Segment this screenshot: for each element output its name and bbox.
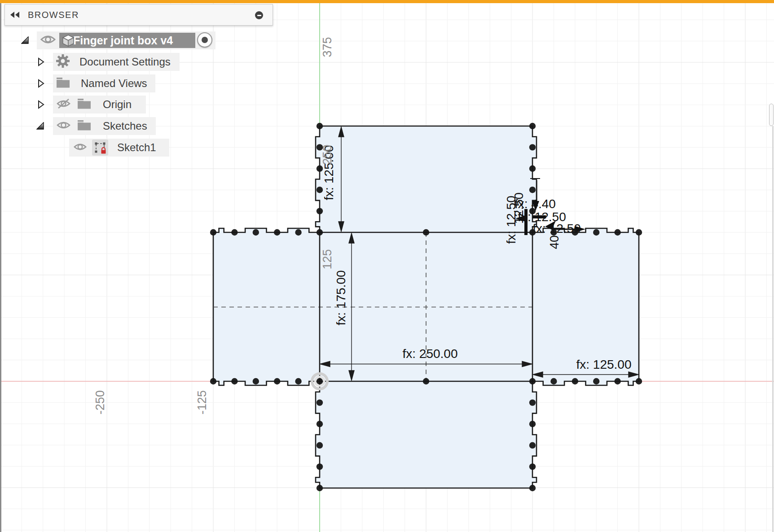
- row-band: Named Views: [53, 74, 155, 92]
- collapsed-arrow-icon[interactable]: [38, 57, 44, 66]
- component-row-band: Finger joint box v4: [37, 31, 215, 49]
- scrollbar-thumb[interactable]: [769, 104, 774, 126]
- folder-icon: [77, 97, 92, 112]
- tree-row-document-settings[interactable]: Document Settings: [0, 53, 287, 71]
- dim-cluster-h1[interactable]: fx: 4.40: [515, 197, 556, 211]
- visibility-off-eye-icon[interactable]: [56, 98, 71, 111]
- collapsed-arrow-icon[interactable]: [38, 79, 44, 88]
- row-band: Sketch1: [69, 139, 169, 157]
- axis-label-375: 375: [321, 37, 334, 57]
- window-left-edge: [0, 3, 1, 532]
- tree-row-component[interactable]: Finger joint box v4: [0, 31, 287, 49]
- fusion360-window: fx: 125.00 fx: 175.00 fx: 250.00 fx: 125…: [0, 0, 774, 532]
- dim-cluster-v3[interactable]: 40: [547, 235, 561, 249]
- tree-row-origin[interactable]: Origin: [0, 96, 287, 113]
- row-band: Origin: [53, 96, 146, 113]
- axis-label-neg250: -250: [93, 390, 107, 414]
- dim-center-height[interactable]: fx: 175.00: [334, 270, 348, 326]
- minus-circle-icon[interactable]: [255, 11, 263, 19]
- tree-row-sketch1[interactable]: Sketch1: [0, 139, 287, 157]
- top-accent-bar: [0, 0, 774, 3]
- gear-icon: [56, 54, 70, 70]
- tree-item-label: Sketches: [103, 120, 147, 132]
- browser-header[interactable]: BROWSER: [4, 4, 273, 26]
- browser-panel: BROWSER: [0, 0, 287, 170]
- visibility-eye-icon[interactable]: [73, 141, 87, 154]
- folder-icon: [56, 76, 70, 91]
- tree-item-label: Origin: [103, 98, 132, 111]
- collapsed-arrow-icon[interactable]: [38, 100, 44, 109]
- selected-component-highlight[interactable]: Finger joint box v4: [59, 33, 195, 48]
- tree-item-label: Sketch1: [117, 141, 156, 154]
- tree-row-named-views[interactable]: Named Views: [0, 74, 287, 92]
- tree-item-label: Named Views: [81, 77, 147, 90]
- visibility-eye-icon[interactable]: [40, 34, 56, 47]
- panel-title: BROWSER: [28, 10, 79, 20]
- dim-center-width[interactable]: fx: 250.00: [403, 347, 458, 361]
- folder-icon: [77, 118, 92, 134]
- collapse-panel-icon[interactable]: [10, 11, 21, 18]
- scrollbar-track[interactable]: [772, 126, 774, 532]
- axis-label-neg125: -125: [195, 390, 209, 414]
- activate-component-radio[interactable]: [197, 32, 212, 48]
- tree-item-label: Document Settings: [79, 56, 171, 68]
- visibility-eye-icon[interactable]: [56, 119, 71, 133]
- expanded-arrow-icon[interactable]: [21, 36, 28, 45]
- expanded-arrow-icon[interactable]: [36, 122, 43, 131]
- component-name: Finger joint box v4: [73, 34, 173, 47]
- tree-row-sketches[interactable]: Sketches: [0, 117, 287, 135]
- dim-right-flap-width[interactable]: fx: 125.00: [576, 358, 632, 371]
- row-band: Sketches: [53, 117, 156, 135]
- row-band: Document Settings: [53, 53, 180, 71]
- sketch-locked-icon: [92, 140, 108, 156]
- axis-label-125: 125: [321, 249, 334, 269]
- component-cube-icon: [62, 34, 75, 49]
